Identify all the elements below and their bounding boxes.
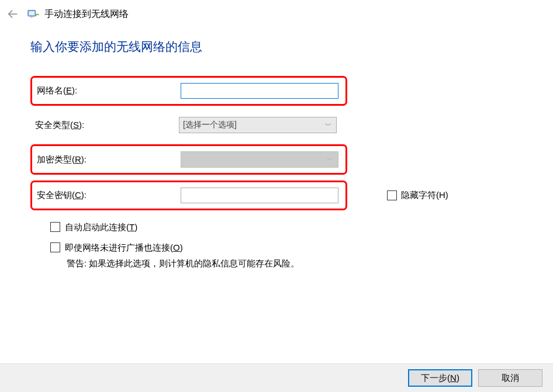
options-block: 自动启动此连接(T) 即使网络未进行广播也连接(O) 警告: 如果选择此选项，则… [30, 222, 523, 269]
connect-hidden-checkbox[interactable] [50, 242, 60, 252]
footer: 下一步(N) 取消 [0, 363, 553, 392]
network-wizard-icon [27, 8, 40, 20]
encryption-type-label: 加密类型(R): [36, 154, 181, 165]
hidden-network-warning: 警告: 如果选择此选项，则计算机的隐私信息可能存在风险。 [67, 258, 523, 269]
form-area: 网络名(E): 安全类型(S): [选择一个选项] ﹀ [30, 76, 523, 269]
network-name-input[interactable] [181, 83, 338, 99]
security-type-value: [选择一个选项] [183, 120, 237, 130]
auto-start-checkbox[interactable] [50, 222, 60, 232]
security-type-select[interactable]: [选择一个选项] ﹀ [179, 117, 337, 133]
svg-rect-2 [29, 11, 34, 15]
connect-hidden-label: 即使网络未进行广播也连接(O) [65, 242, 183, 254]
highlight-network-name: 网络名(E): [30, 76, 347, 106]
content: 输入你要添加的无线网络的信息 网络名(E): 安全类型(S): [选择一个选项] [0, 28, 553, 269]
highlight-encryption-type: 加密类型(R): ﹀ [30, 144, 347, 175]
security-type-label: 安全类型(S): [34, 120, 179, 131]
back-button[interactable] [5, 6, 21, 22]
chevron-down-icon: ﹀ [327, 155, 333, 164]
window-title: 手动连接到无线网络 [44, 8, 129, 20]
page-heading: 输入你要添加的无线网络的信息 [30, 39, 523, 55]
title-wrap: 手动连接到无线网络 [27, 8, 129, 20]
next-button[interactable]: 下一步(N) [408, 369, 472, 387]
cancel-button[interactable]: 取消 [478, 369, 542, 387]
security-key-input[interactable] [181, 188, 338, 203]
hide-chars-checkbox[interactable] [387, 190, 397, 200]
hide-chars-label: 隐藏字符(H) [401, 190, 448, 201]
auto-start-label: 自动启动此连接(T) [65, 222, 137, 233]
security-key-label: 安全密钥(C): [36, 190, 181, 201]
network-name-label: 网络名(E): [36, 85, 181, 96]
auto-start-option[interactable]: 自动启动此连接(T) [50, 222, 523, 233]
highlight-security-key: 安全密钥(C): [30, 181, 347, 210]
connect-hidden-option[interactable]: 即使网络未进行广播也连接(O) [50, 242, 523, 254]
svg-rect-3 [30, 17, 33, 18]
encryption-type-select: ﹀ [181, 151, 338, 168]
wizard-header: 手动连接到无线网络 [0, 0, 553, 28]
hide-chars-option[interactable]: 隐藏字符(H) [387, 190, 448, 201]
chevron-down-icon: ﹀ [325, 121, 331, 130]
